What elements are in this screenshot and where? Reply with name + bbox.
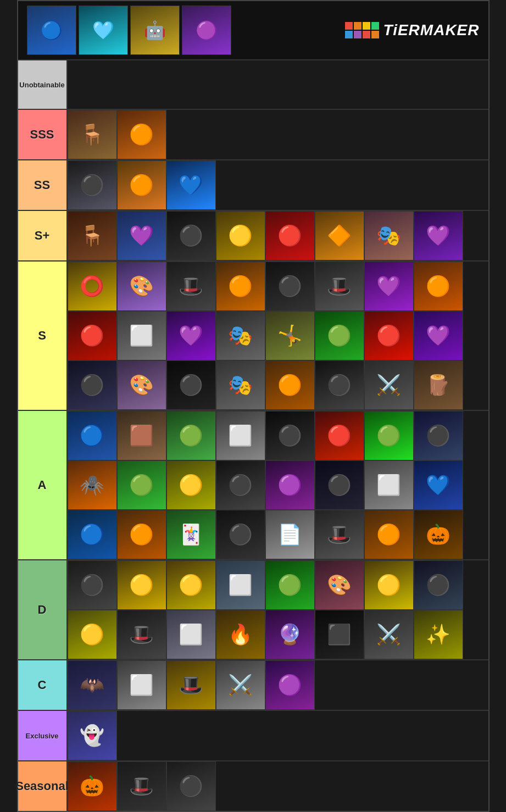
tier-items-s: ⭕ 🎨 🎩 🟠 ⚫ 🎩 💜 🟠 🔴 ⬜ 💜 🎭 🤸 🟢 🔴 💜 ⚫ 🎨 ⚫ 🎭 … [68,262,488,410]
tier-row-exclusive: Exclusive 👻 [18,710,488,760]
list-item: 🟠 [364,510,414,559]
list-item: ⚫ [216,460,265,510]
list-item: 🟣 [265,460,315,510]
header-item-4: 🟣 [182,5,231,55]
list-item: 🎭 [364,211,414,260]
list-item: ⬜ [216,560,265,610]
list-item: 🟡 [364,560,414,610]
list-item: 🎃 [414,510,463,559]
list-item: 🔴 [364,311,414,360]
list-item: 🟠 [414,262,463,311]
header-row: 🔵 🩵 🤖 🟣 TiE [18,1,488,59]
list-item: ⚫ [315,460,364,510]
logo-cell-4 [371,22,379,30]
list-item: 🟢 [265,560,315,610]
tier-label-splus: S+ [18,211,68,260]
list-item: ⬜ [216,411,265,460]
list-item: 🟡 [166,460,216,510]
header-unobtainable-items: 🔵 🩵 🤖 🟣 [27,5,231,55]
tier-label-d: D [18,560,68,659]
tier-items-sss: 🪑 🟠 [68,110,488,159]
list-item: 🟠 [117,160,166,210]
logo-cell-7 [363,31,370,38]
list-item: ⚫ [265,262,315,311]
tier-label-ss: SS [18,160,68,210]
list-item: 🟠 [117,110,166,159]
list-item: 💜 [117,211,166,260]
tier-row-seasonal: Seasonal 🎃 🎩 ⚫ [18,760,488,811]
list-item: 🪑 [68,110,117,159]
list-item: 💜 [364,262,414,311]
tier-items-c: 🦇 ⬜ 🎩 ⚔️ 🟣 [68,660,488,710]
tier-label-seasonal: Seasonal [18,761,68,811]
list-item: ⚫ [68,560,117,610]
list-item: 🟠 [265,360,315,410]
list-item: 🦇 [68,660,117,710]
list-item: 🎃 [68,761,117,811]
list-item: 🟢 [117,460,166,510]
tiermaker-logo: TiERMAKER [345,21,480,39]
list-item: 🎩 [315,510,364,559]
list-item: 💙 [166,160,216,210]
list-item: ⬜ [166,610,216,659]
list-item: ⚫ [68,160,117,210]
list-item: 🎩 [117,761,166,811]
list-item: 🃏 [166,510,216,559]
list-item: ⚫ [315,360,364,410]
tiermaker-text: TiERMAKER [383,21,480,39]
list-item: 🟢 [364,411,414,460]
list-item: 🔥 [216,610,265,659]
tier-items-a: 🔵 🟫 🟢 ⬜ ⚫ 🔴 🟢 ⚫ 🕷️ 🟢 🟡 ⚫ 🟣 ⚫ ⬜ 💙 🔵 🟠 🃏 ⚫… [68,411,488,559]
tier-row-s: S ⭕ 🎨 🎩 🟠 ⚫ 🎩 💜 🟠 🔴 ⬜ 💜 🎭 🤸 🟢 🔴 💜 ⚫ 🎨 ⚫ … [18,260,488,410]
list-item: 🟡 [68,610,117,659]
header-item-3: 🤖 [130,5,180,55]
tier-row-a: A 🔵 🟫 🟢 ⬜ ⚫ 🔴 🟢 ⚫ 🕷️ 🟢 🟡 ⚫ 🟣 ⚫ ⬜ 💙 🔵 🟠 🃏… [18,410,488,559]
list-item: ⚫ [166,761,216,811]
logo-cell-3 [363,22,370,30]
tier-items-splus: 🪑 💜 ⚫ 🟡 🔴 🔶 🎭 💜 [68,211,488,260]
logo-cell-5 [345,31,353,38]
tier-label-sss: SSS [18,110,68,159]
list-item: ⚔️ [216,660,265,710]
list-item: 🎩 [315,262,364,311]
list-item: ✨ [414,610,463,659]
list-item: ⚫ [265,411,315,460]
list-item: 💜 [414,311,463,360]
list-item: ⬛ [315,610,364,659]
list-item: 🎩 [117,610,166,659]
list-item: 🎩 [166,262,216,311]
list-item: 🔮 [265,610,315,659]
list-item: 💙 [414,460,463,510]
list-item: 🔵 [68,510,117,559]
list-item: ⚫ [166,211,216,260]
tier-label-a: A [18,411,68,559]
logo-cell-1 [345,22,353,30]
list-item: ⚫ [68,360,117,410]
list-item: 🔴 [265,211,315,260]
list-item: ⬜ [364,460,414,510]
list-item: 🎩 [166,660,216,710]
tier-items-exclusive: 👻 [68,711,488,760]
header-item-2: 🩵 [79,5,128,55]
list-item: 🪵 [414,360,463,410]
list-item: 👻 [68,711,117,760]
list-item: 📄 [265,510,315,559]
list-item: 🎨 [315,560,364,610]
tier-items-d: ⚫ 🟡 🟡 ⬜ 🟢 🎨 🟡 ⚫ 🟡 🎩 ⬜ 🔥 🔮 ⬛ ⚔️ ✨ [68,560,488,659]
list-item: 🕷️ [68,460,117,510]
list-item: 🎨 [117,262,166,311]
list-item: 🟢 [315,311,364,360]
list-item: 🟫 [117,411,166,460]
list-item: 🟠 [216,262,265,311]
list-item: 🟣 [265,660,315,710]
list-item: ⚫ [216,510,265,559]
list-item: ⚫ [414,560,463,610]
header-item-1: 🔵 [27,5,76,55]
list-item: ⚫ [414,411,463,460]
list-item: 💜 [166,311,216,360]
list-item: ⚔️ [364,610,414,659]
list-item: 🟠 [117,510,166,559]
list-item: 🔶 [315,211,364,260]
list-item: 🟢 [166,411,216,460]
list-item: ⭕ [68,262,117,311]
